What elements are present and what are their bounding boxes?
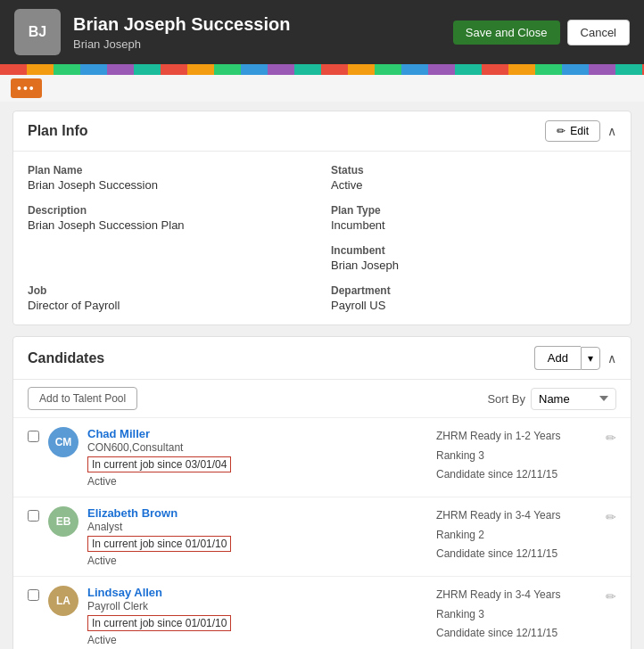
add-button-group: Add ▾ [534,346,600,370]
candidates-card: Candidates Add ▾ ∧ Add to Talent Pool So… [12,336,632,649]
add-to-talent-pool-button[interactable]: Add to Talent Pool [28,387,137,410]
candidate-meta: ZHRM Ready in 1-2 Years Ranking 3 Candid… [436,427,597,485]
plan-info-title: Plan Info [28,123,88,139]
candidate-readiness: ZHRM Ready in 3-4 Years [436,586,597,605]
dots-menu-button[interactable]: ••• [11,78,42,98]
candidate-role: Analyst [87,521,427,533]
candidate-row: EB Elizabeth Brown Analyst In current jo… [13,497,631,577]
candidate-meta: ZHRM Ready in 3-4 Years Ranking 3 Candid… [436,586,597,644]
candidate-meta: ZHRM Ready in 3-4 Years Ranking 2 Candid… [436,506,597,564]
candidates-header: Candidates Add ▾ ∧ [13,337,631,380]
candidate-candidate-since: Candidate since 12/11/15 [436,465,597,485]
candidates-header-actions: Add ▾ ∧ [534,346,616,370]
status-field: Status Active [331,164,616,192]
plan-info-header-actions: ✏ Edit ∧ [545,120,616,142]
plan-info-grid: Plan Name Brian Joseph Succession Status… [13,152,631,324]
chevron-down-icon: ▾ [588,352,593,365]
job-field: Job Director of Payroll [28,284,313,312]
candidate-name[interactable]: Lindsay Allen [87,586,427,599]
candidate-avatar: LA [48,586,78,616]
collapse-icon[interactable]: ∧ [607,124,616,138]
candidate-role: CON600,Consultant [87,441,427,454]
header-actions: Save and Close Cancel [453,20,630,45]
candidate-name[interactable]: Chad Miller [87,427,427,440]
incumbent-field: Incumbent Brian Joseph [331,244,616,272]
description-field: Description Brian Joseph Succession Plan [28,204,313,232]
candidate-candidate-since: Candidate since 12/11/15 [436,624,597,644]
candidate-readiness: ZHRM Ready in 3-4 Years [436,506,597,526]
candidate-avatar: CM [48,427,78,457]
sort-select[interactable]: Name Ranking Readiness [531,388,616,410]
candidate-info: Elizabeth Brown Analyst In current job s… [87,506,427,567]
candidate-row: LA Lindsay Allen Payroll Clerk In curren… [13,577,631,649]
plan-type-field: Plan Type Incumbent [331,204,616,232]
edit-button[interactable]: ✏ Edit [545,120,600,142]
candidate-ranking: Ranking 2 [436,526,597,546]
candidates-list: CM Chad Miller CON600,Consultant In curr… [13,418,631,649]
sort-by-label: Sort By [487,392,525,406]
color-strip [0,64,644,75]
candidate-ranking: Ranking 3 [436,447,597,466]
candidate-candidate-since: Candidate since 12/11/15 [436,545,597,564]
candidate-status: Active [87,475,427,488]
plan-info-card: Plan Info ✏ Edit ∧ Plan Name Brian Josep… [12,111,632,325]
header-subtitle: Brian Joseph [73,37,441,51]
page-title: Brian Joseph Succession [73,14,441,35]
candidates-action-bar: Add to Talent Pool Sort By Name Ranking … [13,380,631,418]
header-info: Brian Joseph Succession Brian Joseph [73,14,441,51]
sort-bar: Sort By Name Ranking Readiness [487,388,616,410]
header: BJ Brian Joseph Succession Brian Joseph … [0,0,644,64]
candidate-checkbox[interactable] [28,589,39,601]
plan-name-field: Plan Name Brian Joseph Succession [28,164,313,192]
candidate-edit-button[interactable]: ✏ [606,586,616,604]
candidates-collapse-icon[interactable]: ∧ [607,351,616,366]
candidate-status: Active [87,555,427,567]
candidate-status: Active [87,634,427,646]
pencil-icon: ✏ [557,125,566,137]
cancel-button[interactable]: Cancel [567,20,630,45]
candidate-info: Lindsay Allen Payroll Clerk In current j… [87,586,427,646]
candidate-readiness: ZHRM Ready in 1-2 Years [436,427,597,447]
candidates-title: Candidates [28,350,104,366]
candidate-since: In current job since 01/01/10 [87,615,231,631]
candidate-name[interactable]: Elizabeth Brown [87,506,427,520]
save-close-button[interactable]: Save and Close [453,21,560,45]
candidate-avatar: EB [48,506,78,537]
main-content: Plan Info ✏ Edit ∧ Plan Name Brian Josep… [0,102,644,649]
candidate-since: In current job since 03/01/04 [87,456,231,472]
candidate-role: Payroll Clerk [87,600,427,612]
candidate-row: CM Chad Miller CON600,Consultant In curr… [13,418,631,497]
candidate-edit-button[interactable]: ✏ [606,427,616,445]
dots-bar: ••• [0,75,644,102]
department-field: Department Payroll US [331,284,616,312]
avatar: BJ [14,9,61,55]
candidate-since: In current job since 01/01/10 [87,536,231,552]
plan-info-header: Plan Info ✏ Edit ∧ [13,111,631,152]
candidate-ranking: Ranking 3 [436,605,597,625]
candidate-checkbox[interactable] [28,431,39,442]
add-dropdown-button[interactable]: ▾ [581,347,600,370]
candidate-edit-button[interactable]: ✏ [606,506,616,524]
candidate-checkbox[interactable] [28,510,39,522]
add-button[interactable]: Add [534,346,581,370]
candidate-info: Chad Miller CON600,Consultant In current… [87,427,427,488]
